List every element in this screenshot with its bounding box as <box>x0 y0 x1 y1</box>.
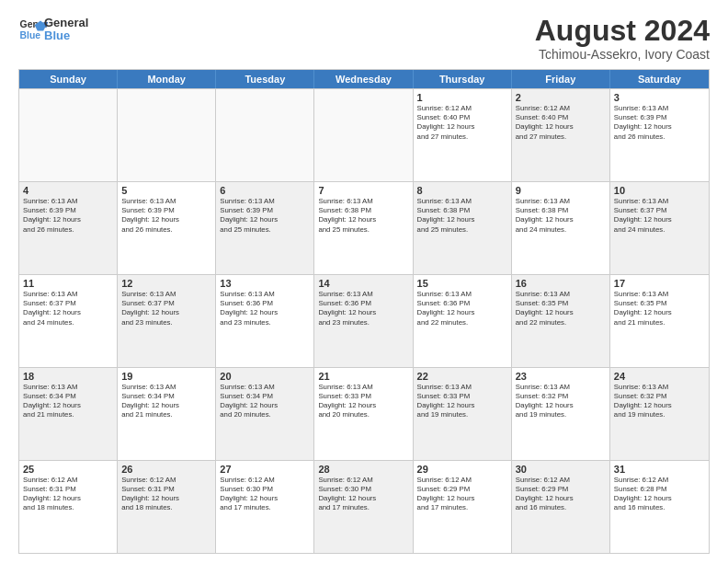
calendar-cell: 30Sunrise: 6:12 AM Sunset: 6:29 PM Dayli… <box>512 461 610 553</box>
day-number: 9 <box>516 185 606 196</box>
calendar-row-2: 11Sunrise: 6:13 AM Sunset: 6:37 PM Dayli… <box>19 274 709 367</box>
cell-content: Sunrise: 6:12 AM Sunset: 6:31 PM Dayligh… <box>121 476 211 513</box>
calendar-cell: 23Sunrise: 6:13 AM Sunset: 6:32 PM Dayli… <box>512 368 610 460</box>
cell-content: Sunrise: 6:13 AM Sunset: 6:37 PM Dayligh… <box>614 197 705 235</box>
day-number: 4 <box>23 185 113 196</box>
cell-content: Sunrise: 6:13 AM Sunset: 6:36 PM Dayligh… <box>417 290 507 327</box>
calendar-cell: 7Sunrise: 6:13 AM Sunset: 6:38 PM Daylig… <box>314 182 413 274</box>
calendar-cell: 21Sunrise: 6:13 AM Sunset: 6:33 PM Dayli… <box>314 368 413 460</box>
day-number: 15 <box>417 278 507 289</box>
day-number: 3 <box>614 92 705 103</box>
cell-content: Sunrise: 6:13 AM Sunset: 6:38 PM Dayligh… <box>516 197 606 235</box>
day-number: 2 <box>516 92 606 103</box>
day-number: 27 <box>220 464 310 475</box>
calendar-cell: 19Sunrise: 6:13 AM Sunset: 6:34 PM Dayli… <box>118 368 216 460</box>
calendar-row-1: 4Sunrise: 6:13 AM Sunset: 6:39 PM Daylig… <box>19 181 709 274</box>
calendar-cell: 27Sunrise: 6:12 AM Sunset: 6:30 PM Dayli… <box>216 461 314 553</box>
calendar-cell <box>314 89 413 181</box>
header: General Blue General Blue August 2024 Tc… <box>18 15 710 62</box>
cell-content: Sunrise: 6:13 AM Sunset: 6:32 PM Dayligh… <box>516 383 606 420</box>
day-number: 7 <box>318 185 408 196</box>
cell-content: Sunrise: 6:13 AM Sunset: 6:35 PM Dayligh… <box>516 290 606 327</box>
cell-content: Sunrise: 6:13 AM Sunset: 6:38 PM Dayligh… <box>417 197 507 235</box>
calendar-cell: 20Sunrise: 6:13 AM Sunset: 6:34 PM Dayli… <box>216 368 314 460</box>
cell-content: Sunrise: 6:12 AM Sunset: 6:28 PM Dayligh… <box>614 476 705 513</box>
calendar-cell: 22Sunrise: 6:13 AM Sunset: 6:33 PM Dayli… <box>414 368 512 460</box>
cell-content: Sunrise: 6:13 AM Sunset: 6:37 PM Dayligh… <box>121 290 211 327</box>
day-number: 25 <box>23 464 113 475</box>
cell-content: Sunrise: 6:13 AM Sunset: 6:37 PM Dayligh… <box>23 290 113 327</box>
day-number: 30 <box>516 464 606 475</box>
cell-content: Sunrise: 6:13 AM Sunset: 6:34 PM Dayligh… <box>121 383 211 420</box>
calendar-cell <box>19 89 118 181</box>
cell-content: Sunrise: 6:13 AM Sunset: 6:39 PM Dayligh… <box>614 104 705 142</box>
cell-content: Sunrise: 6:13 AM Sunset: 6:39 PM Dayligh… <box>220 197 310 235</box>
day-number: 1 <box>417 92 507 103</box>
calendar-cell <box>118 89 216 181</box>
calendar-row-4: 25Sunrise: 6:12 AM Sunset: 6:31 PM Dayli… <box>19 460 709 553</box>
calendar-cell: 29Sunrise: 6:12 AM Sunset: 6:29 PM Dayli… <box>414 461 512 553</box>
day-number: 6 <box>220 185 310 196</box>
calendar-cell: 25Sunrise: 6:12 AM Sunset: 6:31 PM Dayli… <box>19 461 118 553</box>
cell-content: Sunrise: 6:12 AM Sunset: 6:29 PM Dayligh… <box>516 476 606 513</box>
calendar-cell: 26Sunrise: 6:12 AM Sunset: 6:31 PM Dayli… <box>118 461 216 553</box>
calendar-cell: 31Sunrise: 6:12 AM Sunset: 6:28 PM Dayli… <box>610 461 709 553</box>
calendar-cell <box>216 89 314 181</box>
page: General Blue General Blue August 2024 Tc… <box>0 0 728 563</box>
cell-content: Sunrise: 6:13 AM Sunset: 6:39 PM Dayligh… <box>23 197 113 235</box>
cell-content: Sunrise: 6:12 AM Sunset: 6:29 PM Dayligh… <box>417 476 507 513</box>
cell-content: Sunrise: 6:13 AM Sunset: 6:32 PM Dayligh… <box>614 383 705 420</box>
day-number: 17 <box>614 278 705 289</box>
calendar-cell: 24Sunrise: 6:13 AM Sunset: 6:32 PM Dayli… <box>610 368 709 460</box>
calendar-cell: 4Sunrise: 6:13 AM Sunset: 6:39 PM Daylig… <box>19 182 118 274</box>
calendar-cell: 18Sunrise: 6:13 AM Sunset: 6:34 PM Dayli… <box>19 368 118 460</box>
header-day-saturday: Saturday <box>610 70 709 88</box>
logo-line1: General <box>44 17 88 29</box>
day-number: 18 <box>23 371 113 382</box>
calendar-cell: 8Sunrise: 6:13 AM Sunset: 6:38 PM Daylig… <box>414 182 512 274</box>
main-title: August 2024 <box>535 15 710 47</box>
logo-line2: Blue <box>44 29 88 42</box>
calendar-cell: 9Sunrise: 6:13 AM Sunset: 6:38 PM Daylig… <box>512 182 610 274</box>
calendar-body: 1Sunrise: 6:12 AM Sunset: 6:40 PM Daylig… <box>19 88 709 553</box>
calendar-cell: 12Sunrise: 6:13 AM Sunset: 6:37 PM Dayli… <box>118 275 216 367</box>
calendar-row-3: 18Sunrise: 6:13 AM Sunset: 6:34 PM Dayli… <box>19 367 709 460</box>
calendar-cell: 15Sunrise: 6:13 AM Sunset: 6:36 PM Dayli… <box>414 275 512 367</box>
day-number: 11 <box>23 278 113 289</box>
day-number: 21 <box>318 371 408 382</box>
calendar-cell: 3Sunrise: 6:13 AM Sunset: 6:39 PM Daylig… <box>610 89 709 181</box>
cell-content: Sunrise: 6:12 AM Sunset: 6:40 PM Dayligh… <box>417 104 507 142</box>
day-number: 20 <box>220 371 310 382</box>
cell-content: Sunrise: 6:12 AM Sunset: 6:30 PM Dayligh… <box>318 476 408 513</box>
calendar-header: SundayMondayTuesdayWednesdayThursdayFrid… <box>19 70 709 88</box>
calendar-cell: 10Sunrise: 6:13 AM Sunset: 6:37 PM Dayli… <box>610 182 709 274</box>
cell-content: Sunrise: 6:12 AM Sunset: 6:31 PM Dayligh… <box>23 476 113 513</box>
cell-content: Sunrise: 6:13 AM Sunset: 6:39 PM Dayligh… <box>121 197 211 235</box>
day-number: 8 <box>417 185 507 196</box>
calendar: SundayMondayTuesdayWednesdayThursdayFrid… <box>18 69 710 554</box>
cell-content: Sunrise: 6:13 AM Sunset: 6:36 PM Dayligh… <box>318 290 408 327</box>
title-block: August 2024 Tchimou-Assekro, Ivory Coast <box>535 15 710 62</box>
calendar-cell: 16Sunrise: 6:13 AM Sunset: 6:35 PM Dayli… <box>512 275 610 367</box>
subtitle: Tchimou-Assekro, Ivory Coast <box>535 47 710 62</box>
logo: General Blue General Blue <box>18 15 88 44</box>
day-number: 23 <box>516 371 606 382</box>
calendar-cell: 1Sunrise: 6:12 AM Sunset: 6:40 PM Daylig… <box>414 89 512 181</box>
day-number: 14 <box>318 278 408 289</box>
day-number: 22 <box>417 371 507 382</box>
day-number: 31 <box>614 464 705 475</box>
cell-content: Sunrise: 6:13 AM Sunset: 6:33 PM Dayligh… <box>318 383 408 420</box>
header-day-sunday: Sunday <box>19 70 118 88</box>
day-number: 29 <box>417 464 507 475</box>
cell-content: Sunrise: 6:12 AM Sunset: 6:30 PM Dayligh… <box>220 476 310 513</box>
calendar-cell: 13Sunrise: 6:13 AM Sunset: 6:36 PM Dayli… <box>216 275 314 367</box>
calendar-cell: 14Sunrise: 6:13 AM Sunset: 6:36 PM Dayli… <box>314 275 413 367</box>
day-number: 16 <box>516 278 606 289</box>
cell-content: Sunrise: 6:13 AM Sunset: 6:33 PM Dayligh… <box>417 383 507 420</box>
calendar-cell: 5Sunrise: 6:13 AM Sunset: 6:39 PM Daylig… <box>118 182 216 274</box>
svg-text:Blue: Blue <box>20 30 41 40</box>
calendar-cell: 17Sunrise: 6:13 AM Sunset: 6:35 PM Dayli… <box>610 275 709 367</box>
day-number: 26 <box>121 464 211 475</box>
cell-content: Sunrise: 6:13 AM Sunset: 6:35 PM Dayligh… <box>614 290 705 327</box>
header-day-thursday: Thursday <box>414 70 512 88</box>
